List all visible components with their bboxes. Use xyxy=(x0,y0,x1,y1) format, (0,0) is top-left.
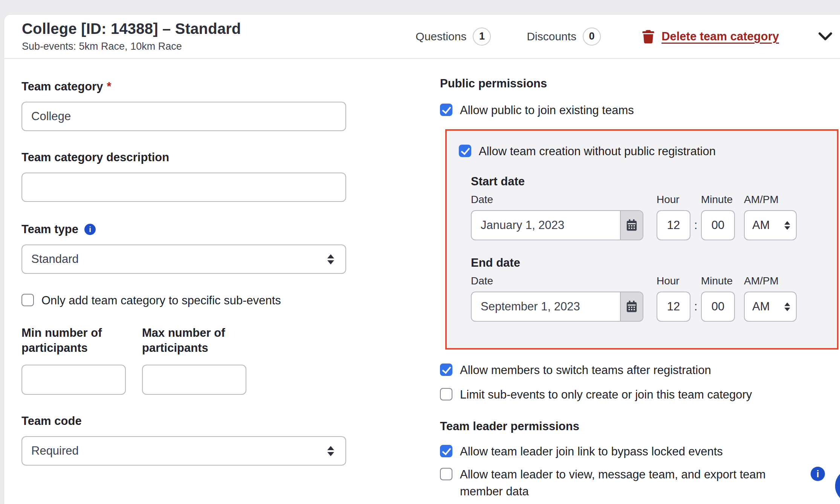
allow-switch-row: Allow members to switch teams after regi… xyxy=(440,362,840,379)
view-message-export-checkbox[interactable] xyxy=(440,468,452,480)
team-code-select[interactable]: Required xyxy=(21,436,346,466)
start-date-ampm-label: AM/PM xyxy=(744,194,797,206)
start-date-group: Start date Date Hour Minute AM/PM Januar… xyxy=(471,175,837,240)
select-arrows-icon xyxy=(327,254,334,264)
discounts-count-badge: 0 xyxy=(583,27,601,46)
start-date-input[interactable]: January 1, 2023 xyxy=(471,210,643,240)
team-creation-highlight-box: Allow team creation without public regis… xyxy=(445,129,838,350)
allow-switch-checkbox[interactable] xyxy=(440,363,452,376)
allow-public-join-label: Allow public to join existing teams xyxy=(460,102,634,119)
select-arrows-icon xyxy=(784,221,790,230)
min-participants-label: Min number of participants xyxy=(21,325,126,356)
team-code-label: Team code xyxy=(21,414,350,428)
start-ampm-select[interactable]: AM xyxy=(744,210,797,240)
questions-label: Questions xyxy=(415,30,466,43)
collapse-chevron-down-icon[interactable] xyxy=(818,32,832,41)
max-participants-input[interactable] xyxy=(142,365,246,395)
end-date-ampm-label: AM/PM xyxy=(744,275,797,287)
end-date-date-label: Date xyxy=(471,275,643,287)
required-asterisk: * xyxy=(107,80,111,93)
allow-team-creation-label: Allow team creation without public regis… xyxy=(479,143,716,160)
end-hour-value: 12 xyxy=(667,300,680,313)
public-permissions-heading: Public permissions xyxy=(440,77,840,90)
right-column: Public permissions Allow public to join … xyxy=(440,59,840,500)
team-category-input[interactable]: College xyxy=(21,102,346,131)
end-minute-input[interactable]: 00 xyxy=(701,292,735,322)
start-ampm-value: AM xyxy=(752,218,770,232)
team-type-label-row: Team type i xyxy=(21,223,350,236)
specific-subevents-label: Only add team category to specific sub-e… xyxy=(41,292,281,309)
start-date-calendar-button[interactable] xyxy=(620,211,643,240)
team-type-label-text: Team type xyxy=(21,223,78,236)
specific-subevents-row: Only add team category to specific sub-e… xyxy=(21,292,350,309)
end-date-heading: End date xyxy=(471,256,837,270)
allow-team-creation-row: Allow team creation without public regis… xyxy=(459,143,837,160)
bypass-locked-row: Allow team leader join link to bypass lo… xyxy=(440,443,840,460)
team-category-description-input[interactable] xyxy=(21,173,346,202)
end-date-calendar-button[interactable] xyxy=(620,292,643,321)
min-participants-group: Min number of participants xyxy=(21,325,126,395)
min-max-row: Min number of participants Max number of… xyxy=(21,325,350,395)
start-date-value: January 1, 2023 xyxy=(472,211,620,240)
end-date-minute-label: Minute xyxy=(701,275,735,287)
start-time-colon: : xyxy=(690,218,701,232)
max-participants-label: Max number of participants xyxy=(142,325,246,356)
start-date-grid: Date Hour Minute AM/PM January 1, 2023 xyxy=(471,194,837,240)
team-category-label-text: Team category xyxy=(21,80,103,93)
header-right: Questions 1 Discounts 0 Delete team cate… xyxy=(415,27,837,46)
specific-subevents-checkbox[interactable] xyxy=(21,294,34,306)
panel-header: College [ID: 14388] – Standard Sub-event… xyxy=(4,15,840,59)
allow-switch-label: Allow members to switch teams after regi… xyxy=(460,362,711,379)
team-category-description-label: Team category description xyxy=(21,151,350,164)
calendar-icon xyxy=(625,218,638,232)
end-hour-input[interactable]: 12 xyxy=(657,292,690,322)
page: College [ID: 14388] – Standard Sub-event… xyxy=(0,0,840,504)
start-date-minute-label: Minute xyxy=(701,194,735,206)
end-date-value: September 1, 2023 xyxy=(472,292,620,321)
min-participants-input[interactable] xyxy=(21,365,126,395)
left-column: Team category * College Team category de… xyxy=(21,59,350,466)
floating-info-icon[interactable]: i xyxy=(811,467,825,481)
view-message-export-row: Allow team leader to view, message team,… xyxy=(440,466,840,500)
bypass-locked-checkbox[interactable] xyxy=(440,445,452,457)
allow-team-creation-checkbox[interactable] xyxy=(459,145,471,157)
limit-subevents-row: Limit sub-events to only create or join … xyxy=(440,386,840,403)
start-hour-value: 12 xyxy=(667,218,680,232)
start-minute-value: 00 xyxy=(712,218,724,232)
team-type-value: Standard xyxy=(31,252,79,266)
end-date-grid: Date Hour Minute AM/PM September 1, 2023 xyxy=(471,275,837,322)
end-time-colon: : xyxy=(690,300,701,313)
team-category-value: College xyxy=(31,110,71,123)
team-code-value: Required xyxy=(31,444,79,458)
delete-team-category-button[interactable]: Delete team category xyxy=(641,29,779,44)
end-date-group: End date Date Hour Minute AM/PM Septembe… xyxy=(471,256,837,322)
end-date-input[interactable]: September 1, 2023 xyxy=(471,292,643,322)
team-category-panel: College [ID: 14388] – Standard Sub-event… xyxy=(4,14,840,504)
trash-icon xyxy=(641,29,655,44)
team-type-select[interactable]: Standard xyxy=(21,244,346,274)
discounts-counter[interactable]: Discounts 0 xyxy=(527,27,601,46)
start-date-date-label: Date xyxy=(471,194,643,206)
delete-label: Delete team category xyxy=(661,30,779,43)
questions-counter[interactable]: Questions 1 xyxy=(415,27,491,46)
start-hour-input[interactable]: 12 xyxy=(657,210,690,240)
select-arrows-icon xyxy=(784,302,790,311)
limit-subevents-label: Limit sub-events to only create or join … xyxy=(460,386,752,403)
questions-count-badge: 1 xyxy=(473,27,491,46)
team-category-label: Team category * xyxy=(21,80,350,93)
max-participants-group: Max number of participants xyxy=(142,325,246,395)
allow-public-join-row: Allow public to join existing teams xyxy=(440,102,840,119)
select-arrows-icon xyxy=(327,446,334,456)
calendar-icon xyxy=(625,300,638,313)
start-minute-input[interactable]: 00 xyxy=(701,210,735,240)
team-type-info-icon[interactable]: i xyxy=(84,224,96,235)
page-title: College [ID: 14388] – Standard xyxy=(22,20,241,37)
discounts-label: Discounts xyxy=(527,30,576,43)
limit-subevents-checkbox[interactable] xyxy=(440,388,452,400)
end-ampm-select[interactable]: AM xyxy=(744,292,797,322)
start-date-heading: Start date xyxy=(471,175,837,188)
panel-body: Team category * College Team category de… xyxy=(4,59,840,504)
header-left: College [ID: 14388] – Standard Sub-event… xyxy=(22,20,241,52)
allow-public-join-checkbox[interactable] xyxy=(440,104,452,116)
start-date-hour-label: Hour xyxy=(657,194,690,206)
